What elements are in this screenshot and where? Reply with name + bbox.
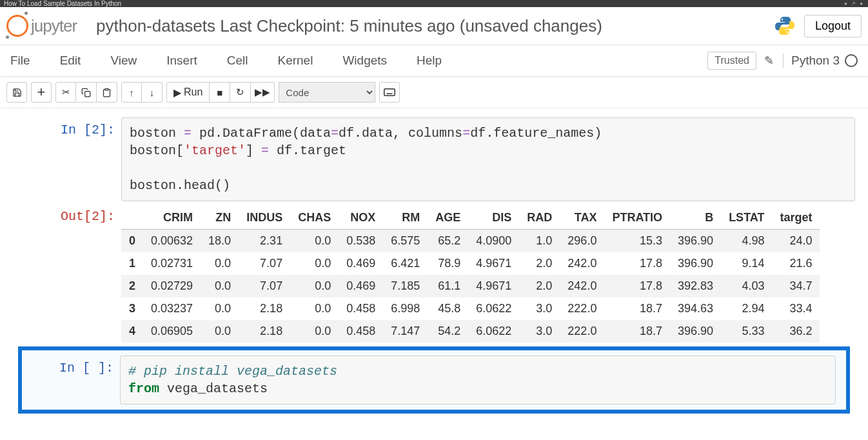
- menu-widgets[interactable]: Widgets: [342, 54, 387, 68]
- cell-value: 0.0: [201, 297, 239, 320]
- cell-value: 4.0900: [468, 230, 519, 253]
- cell-value: 0.06905: [143, 320, 201, 343]
- cell-value: 0.0: [201, 252, 239, 275]
- cell-value: 0.458: [339, 320, 383, 343]
- cell-value: 4.9671: [468, 252, 519, 275]
- cut-button[interactable]: ✂: [55, 82, 76, 103]
- browser-tab-title: How To Load Sample Datasets In Python: [4, 0, 121, 7]
- cell-value: 0.0: [290, 275, 339, 297]
- input-prompt: In [2]:: [5, 117, 121, 201]
- cell-value: 65.2: [428, 230, 468, 253]
- cell-value: 242.0: [560, 252, 604, 275]
- column-header: ZN: [201, 206, 239, 230]
- table-row: 00.0063218.02.310.00.5386.57565.24.09001…: [121, 230, 820, 253]
- save-button[interactable]: [6, 82, 27, 103]
- column-header: INDUS: [239, 206, 290, 230]
- cell-type-select[interactable]: Code: [279, 82, 375, 103]
- svg-rect-1: [105, 88, 108, 90]
- row-index: 2: [121, 275, 143, 297]
- cell-value: 0.538: [339, 230, 383, 253]
- cell-value: 36.2: [772, 320, 820, 343]
- code-input[interactable]: # pip install vega_datasets from vega_da…: [120, 355, 836, 405]
- paste-button[interactable]: [97, 82, 117, 103]
- command-palette-button[interactable]: [379, 82, 400, 103]
- menu-edit[interactable]: Edit: [60, 54, 81, 68]
- menu-insert[interactable]: Insert: [166, 54, 197, 68]
- column-header: CRIM: [143, 206, 201, 230]
- move-up-button[interactable]: ↑: [121, 82, 142, 103]
- cell-value: 396.90: [670, 320, 721, 343]
- add-cell-button[interactable]: +: [31, 82, 52, 103]
- column-header: NOX: [339, 206, 383, 230]
- column-header: PTRATIO: [604, 206, 670, 230]
- code-cell-2[interactable]: In [2]: boston = pd.DataFrame(data=df.da…: [5, 117, 863, 201]
- python-logo-icon: [774, 15, 795, 36]
- svg-rect-0: [85, 91, 90, 96]
- cell-value: 34.7: [772, 275, 820, 297]
- svg-rect-2: [384, 89, 395, 96]
- cell-value: 3.0: [519, 320, 560, 343]
- menu-help[interactable]: Help: [417, 54, 442, 68]
- code-input[interactable]: boston = pd.DataFrame(data=df.data, colu…: [121, 117, 855, 201]
- cell-value: 0.0: [201, 320, 239, 343]
- cell-value: 0.0: [290, 297, 339, 320]
- cell-value: 17.8: [604, 275, 670, 297]
- run-button[interactable]: ▶ Run: [166, 82, 210, 103]
- dataframe-table: CRIMZNINDUSCHASNOXRMAGEDISRADTAXPTRATIOB…: [121, 206, 820, 343]
- output-cell-2: Out[2]: CRIMZNINDUSCHASNOXRMAGEDISRADTAX…: [5, 204, 863, 343]
- column-header: CHAS: [290, 206, 339, 230]
- cell-value: 1.0: [519, 230, 560, 253]
- logout-button[interactable]: Logout: [804, 15, 862, 37]
- menu-cell[interactable]: Cell: [227, 54, 248, 68]
- cell-value: 78.9: [428, 252, 468, 275]
- cell-value: 296.0: [560, 230, 604, 253]
- kernel-status-icon: [845, 54, 858, 67]
- cell-value: 0.0: [290, 252, 339, 275]
- row-index: 0: [121, 230, 143, 253]
- notebook-title[interactable]: python-datasets Last Checkpoint: 5 minut…: [96, 16, 765, 36]
- header: jupyter python-datasets Last Checkpoint:…: [0, 7, 868, 45]
- cell-value: 7.07: [239, 252, 290, 275]
- input-prompt: In [ ]:: [25, 355, 120, 405]
- column-header: target: [772, 206, 820, 230]
- cell-value: 2.94: [721, 297, 772, 320]
- trusted-indicator[interactable]: Trusted: [707, 52, 756, 70]
- jupyter-logo[interactable]: jupyter: [6, 15, 77, 37]
- cell-value: 4.03: [721, 275, 772, 297]
- cell-value: 7.185: [383, 275, 428, 297]
- cell-value: 18.0: [201, 230, 239, 253]
- cell-value: 6.0622: [468, 320, 519, 343]
- cell-value: 0.458: [339, 297, 383, 320]
- notebook-area: In [2]: boston = pd.DataFrame(data=df.da…: [0, 108, 868, 424]
- browser-tab-bar: How To Load Sample Datasets In Python ● …: [0, 0, 868, 7]
- cell-value: 0.03237: [143, 297, 201, 320]
- cell-value: 24.0: [772, 230, 820, 253]
- cell-value: 17.8: [604, 252, 670, 275]
- cell-value: 242.0: [560, 275, 604, 297]
- code-cell-blank[interactable]: In [ ]: # pip install vega_datasets from…: [25, 355, 843, 405]
- menu-file[interactable]: File: [10, 54, 30, 68]
- cell-value: 0.0: [290, 230, 339, 253]
- cell-value: 6.998: [383, 297, 428, 320]
- cell-value: 2.18: [239, 297, 290, 320]
- restart-run-all-button[interactable]: ▶▶: [251, 82, 275, 103]
- cell-value: 4.98: [721, 230, 772, 253]
- cell-value: 2.0: [519, 275, 560, 297]
- cell-value: 0.02729: [143, 275, 201, 297]
- selected-cell-highlight: In [ ]: # pip install vega_datasets from…: [18, 346, 850, 414]
- jupyter-logo-text: jupyter: [31, 16, 77, 36]
- kernel-indicator[interactable]: Python 3: [783, 54, 858, 68]
- move-down-button[interactable]: ↓: [142, 82, 163, 103]
- table-row: 40.069050.02.180.00.4587.14754.26.06223.…: [121, 320, 820, 343]
- cell-value: 3.0: [519, 297, 560, 320]
- restart-button[interactable]: ↻: [230, 82, 251, 103]
- cell-value: 4.9671: [468, 275, 519, 297]
- menu-view[interactable]: View: [110, 54, 137, 68]
- menu-kernel[interactable]: Kernel: [277, 54, 313, 68]
- cell-value: 54.2: [428, 320, 468, 343]
- cell-value: 396.90: [670, 252, 721, 275]
- cell-value: 15.3: [604, 230, 670, 253]
- copy-button[interactable]: [76, 82, 97, 103]
- edit-icon[interactable]: ✎: [764, 54, 774, 68]
- interrupt-button[interactable]: ■: [210, 82, 230, 103]
